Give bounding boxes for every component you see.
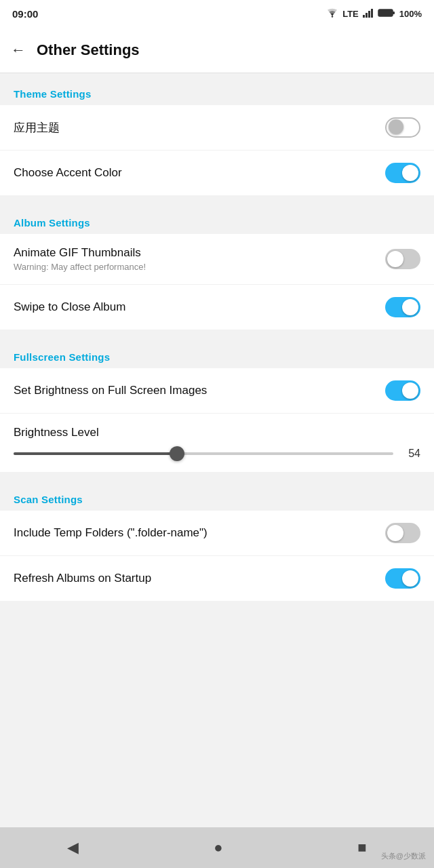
back-button[interactable]: ←: [11, 41, 26, 59]
status-icons: LTE 100%: [326, 8, 422, 20]
toggle-app-theme[interactable]: [385, 117, 420, 138]
settings-content: Theme Settings 应用主题 Choose Accent Color: [0, 73, 434, 655]
status-bar: 09:00 LTE 100%: [0, 0, 434, 27]
section-header-album: Album Settings: [0, 202, 434, 234]
svg-rect-4: [371, 9, 373, 18]
setting-label-app-theme: 应用主题: [14, 120, 385, 136]
toggle-brightness-full[interactable]: [385, 380, 420, 401]
toggle-temp-folders[interactable]: [385, 523, 420, 543]
brightness-slider-track[interactable]: [14, 452, 393, 455]
section-album: Album Settings Animate GIF Thumbnails Wa…: [0, 202, 434, 330]
watermark: 头条@少数派: [381, 851, 426, 861]
bottom-nav: ◀ ● ■ 头条@少数派: [0, 827, 434, 868]
lte-label: LTE: [342, 9, 359, 19]
battery-percent: 100%: [399, 9, 422, 19]
setting-label-refresh-startup: Refresh Albums on Startup: [14, 572, 385, 585]
svg-rect-2: [366, 13, 368, 18]
toggle-animate-gif[interactable]: [385, 249, 420, 269]
setting-row-temp-folders: Include Temp Folders (".folder-name"): [0, 511, 434, 556]
brightness-slider-container: 54: [14, 448, 420, 460]
brightness-slider-thumb[interactable]: [170, 446, 184, 461]
brightness-slider-value: 54: [401, 448, 420, 460]
section-header-fullscreen: Fullscreen Settings: [0, 336, 434, 368]
status-time: 09:00: [12, 8, 38, 20]
app-bar: ← Other Settings: [0, 27, 434, 73]
setting-label-swipe-close: Swipe to Close Album: [14, 300, 385, 314]
toggle-refresh-startup[interactable]: [385, 568, 420, 589]
setting-label-brightness-full: Set Brightness on Full Screen Images: [14, 384, 385, 397]
battery-icon: [378, 8, 395, 20]
nav-back-button[interactable]: ◀: [67, 839, 79, 856]
svg-rect-6: [393, 12, 395, 14]
settings-group-theme: 应用主题 Choose Accent Color: [0, 105, 434, 195]
section-theme: Theme Settings 应用主题 Choose Accent Color: [0, 73, 434, 195]
page-title: Other Settings: [37, 41, 140, 59]
settings-group-scan: Include Temp Folders (".folder-name") Re…: [0, 511, 434, 601]
setting-row-animate-gif: Animate GIF Thumbnails Warning: May affe…: [0, 234, 434, 285]
brightness-level-row: Brightness Level 54: [0, 414, 434, 472]
svg-rect-1: [363, 15, 365, 18]
section-scan: Scan Settings Include Temp Folders (".fo…: [0, 479, 434, 601]
signal-icon: [363, 8, 374, 20]
section-fullscreen: Fullscreen Settings Set Brightness on Fu…: [0, 336, 434, 472]
setting-row-accent-color: Choose Accent Color: [0, 151, 434, 195]
setting-row-app-theme: 应用主题: [0, 105, 434, 151]
setting-label-accent-color: Choose Accent Color: [14, 166, 385, 180]
svg-rect-3: [368, 11, 370, 18]
nav-recent-button[interactable]: ■: [357, 839, 366, 856]
brightness-level-label: Brightness Level: [14, 419, 420, 448]
setting-row-refresh-startup: Refresh Albums on Startup: [0, 556, 434, 601]
section-header-theme: Theme Settings: [0, 73, 434, 105]
wifi-icon: [326, 8, 338, 20]
setting-label-animate-gif: Animate GIF Thumbnails: [14, 246, 385, 260]
setting-label-temp-folders: Include Temp Folders (".folder-name"): [14, 526, 385, 540]
setting-row-swipe-close: Swipe to Close Album: [0, 285, 434, 330]
settings-group-fullscreen: Set Brightness on Full Screen Images Bri…: [0, 368, 434, 472]
setting-sublabel-animate-gif: Warning: May affect performance!: [14, 262, 385, 272]
nav-home-button[interactable]: ●: [214, 839, 222, 856]
setting-row-brightness-full: Set Brightness on Full Screen Images: [0, 368, 434, 414]
settings-group-album: Animate GIF Thumbnails Warning: May affe…: [0, 234, 434, 330]
svg-point-0: [332, 16, 333, 17]
brightness-slider-fill: [14, 452, 177, 455]
section-header-scan: Scan Settings: [0, 479, 434, 511]
svg-rect-5: [378, 9, 393, 16]
toggle-swipe-close[interactable]: [385, 297, 420, 317]
toggle-accent-color[interactable]: [385, 163, 420, 183]
